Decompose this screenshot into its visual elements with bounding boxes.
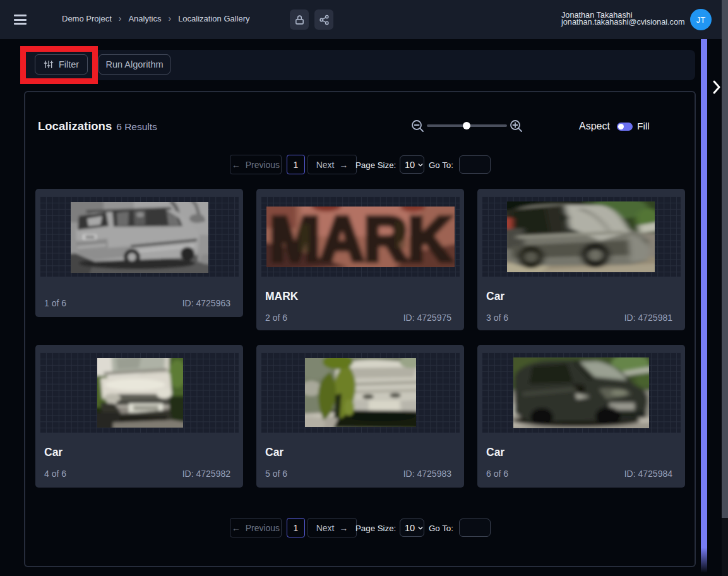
svg-text:MARK: MARK: [270, 207, 451, 267]
